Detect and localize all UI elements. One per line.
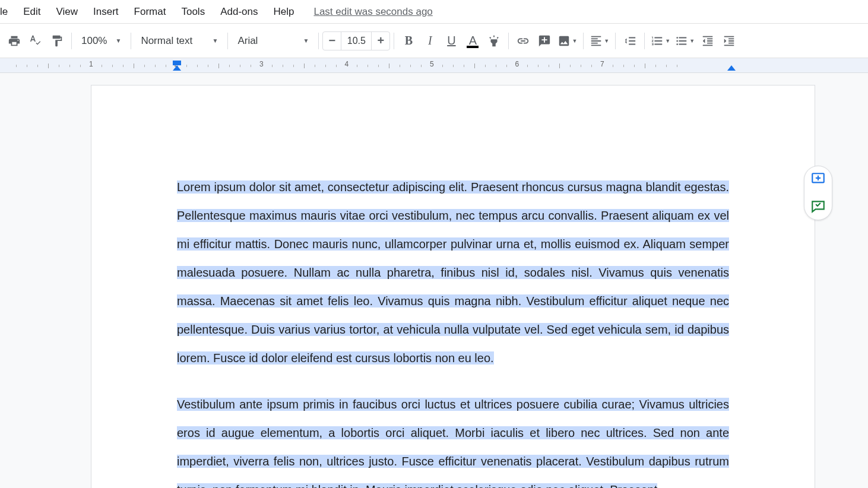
print-icon[interactable] xyxy=(4,30,25,52)
menu-insert[interactable]: Insert xyxy=(85,6,126,18)
line-spacing-button[interactable] xyxy=(619,30,641,52)
menu-format[interactable]: Format xyxy=(126,6,174,18)
ruler-tick xyxy=(400,65,400,67)
ruler-tick xyxy=(48,64,49,68)
ruler-tick xyxy=(27,65,27,67)
menu-addons[interactable]: Add-ons xyxy=(213,6,265,18)
right-indent-marker[interactable] xyxy=(727,65,736,71)
first-line-indent-marker[interactable] xyxy=(173,61,181,65)
ruler-tick xyxy=(496,65,496,67)
bold-button[interactable]: B xyxy=(398,30,419,52)
comment-button[interactable] xyxy=(534,30,555,52)
add-comment-button[interactable] xyxy=(810,171,826,188)
font-dropdown[interactable]: Arial ▼ xyxy=(232,30,315,52)
ruler-tick xyxy=(240,65,240,67)
ruler-number: 4 xyxy=(345,60,349,68)
left-indent-marker[interactable] xyxy=(173,65,181,71)
selected-text: Lorem ipsum dolor sit amet, consectetur … xyxy=(177,180,729,365)
separator xyxy=(71,33,72,49)
ruler-tick xyxy=(538,65,538,67)
ruler-tick xyxy=(655,65,656,67)
ruler-tick xyxy=(389,64,389,68)
link-button[interactable] xyxy=(512,30,534,52)
separator xyxy=(394,33,394,49)
ruler-tick xyxy=(315,65,315,67)
increase-indent-button[interactable] xyxy=(718,30,740,52)
ruler-tick xyxy=(112,65,113,67)
ruler-tick xyxy=(581,65,581,67)
ruler-number: 5 xyxy=(430,60,434,68)
paragraph-style-value: Normal text xyxy=(141,35,192,47)
separator xyxy=(644,33,645,49)
ruler-tick xyxy=(69,65,70,67)
menu-file[interactable]: le xyxy=(0,6,15,18)
menu-edit[interactable]: Edit xyxy=(15,6,48,18)
menu-view[interactable]: View xyxy=(49,6,86,18)
ruler-tick xyxy=(155,65,156,67)
ruler-tick xyxy=(304,64,305,68)
page[interactable]: Lorem ipsum dolor sit amet, consectetur … xyxy=(91,85,815,488)
ruler-tick xyxy=(102,65,102,67)
decrease-font-size-button[interactable]: − xyxy=(323,32,341,50)
ruler-tick xyxy=(59,65,59,67)
menu-tools[interactable]: Tools xyxy=(173,6,213,18)
ruler-tick xyxy=(549,65,549,67)
ruler-tick xyxy=(453,65,454,67)
increase-font-size-button[interactable]: + xyxy=(372,32,389,50)
ruler-tick xyxy=(197,65,198,67)
numbered-list-button[interactable]: ▼ xyxy=(648,30,673,52)
zoom-value: 100% xyxy=(81,35,107,47)
ruler-tick xyxy=(623,65,624,67)
italic-button[interactable]: I xyxy=(419,30,441,52)
ruler-tick xyxy=(570,65,571,67)
ruler-tick xyxy=(325,65,326,67)
ruler-tick xyxy=(37,65,38,67)
ruler-tick xyxy=(421,65,422,67)
bulleted-list-button[interactable]: ▼ xyxy=(673,30,697,52)
paragraph-style-dropdown[interactable]: Normal text ▼ xyxy=(135,30,224,52)
ruler-tick xyxy=(166,65,166,67)
underline-button[interactable]: U xyxy=(441,30,462,52)
menu-help[interactable]: Help xyxy=(265,6,302,18)
ruler-tick xyxy=(613,65,613,67)
ruler-tick xyxy=(208,65,208,67)
ruler-tick xyxy=(293,65,294,67)
ruler-number: 6 xyxy=(515,60,519,68)
paragraph-1[interactable]: Lorem ipsum dolor sit amet, consectetur … xyxy=(177,173,729,372)
paragraph-2[interactable]: Vestibulum ante ipsum primis in faucibus… xyxy=(177,390,729,488)
selected-text: Vestibulum ante ipsum primis in faucibus… xyxy=(177,398,729,488)
ruler-tick xyxy=(272,65,273,67)
suggest-edits-button[interactable] xyxy=(810,198,826,215)
ruler-tick xyxy=(464,65,464,67)
align-button[interactable]: ▼ xyxy=(587,30,612,52)
separator xyxy=(227,33,228,49)
font-value: Arial xyxy=(237,35,258,47)
caret-down-icon: ▼ xyxy=(604,38,609,44)
separator xyxy=(318,33,319,49)
font-size-input[interactable]: 10.5 xyxy=(341,32,372,50)
text-color-button[interactable]: A xyxy=(462,30,483,52)
ruler-tick xyxy=(251,65,251,67)
ruler-tick xyxy=(123,65,123,67)
toolbar: 100% ▼ Normal text ▼ Arial ▼ − 10.5 + B … xyxy=(0,24,868,58)
ruler-tick xyxy=(677,65,677,67)
ruler-tick xyxy=(645,64,645,68)
ruler[interactable]: 1234567 xyxy=(0,58,868,73)
spellcheck-icon[interactable] xyxy=(25,30,46,52)
image-button[interactable]: ▼ xyxy=(555,30,579,52)
ruler-tick xyxy=(218,64,219,68)
ruler-tick xyxy=(442,65,443,67)
caret-down-icon: ▼ xyxy=(689,38,695,44)
highlight-button[interactable] xyxy=(483,30,505,52)
ruler-tick xyxy=(186,65,187,67)
paint-format-icon[interactable] xyxy=(46,30,68,52)
font-size-group: − 10.5 + xyxy=(322,31,390,50)
decrease-indent-button[interactable] xyxy=(697,30,718,52)
ruler-tick xyxy=(410,65,411,67)
ruler-tick xyxy=(666,65,667,67)
last-edit-link[interactable]: Last edit was seconds ago xyxy=(313,6,432,18)
caret-down-icon: ▼ xyxy=(115,37,121,44)
ruler-tick xyxy=(634,65,635,67)
ruler-tick xyxy=(506,65,507,67)
zoom-dropdown[interactable]: 100% ▼ xyxy=(75,30,127,52)
